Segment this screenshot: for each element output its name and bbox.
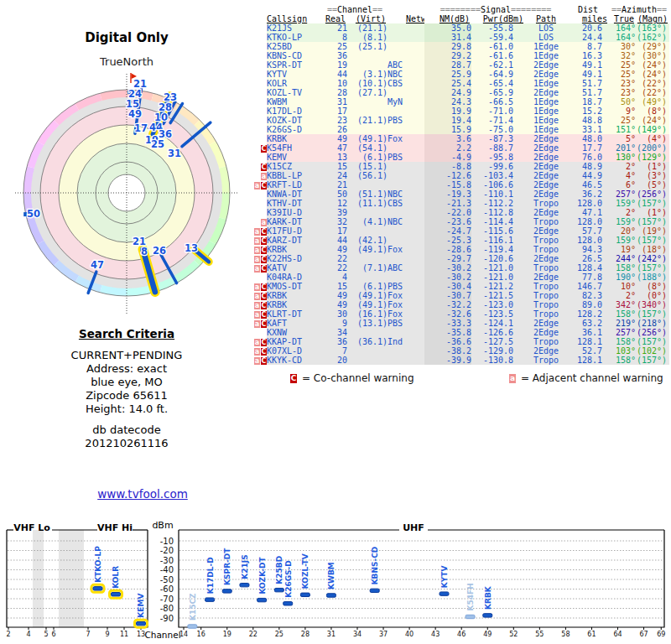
callsign: K39IU-D	[267, 208, 322, 217]
callsign: KARZ-DT	[267, 236, 322, 245]
co-channel-text: = Co-channel warning	[302, 372, 414, 384]
table-row-kthv-dt: KTHV-DT12(11.1)CBS-21.3-112.2Tropo128.01…	[252, 199, 669, 208]
db-datecode: db datecode201210261116	[0, 423, 253, 450]
callsign: KYTV	[267, 70, 322, 79]
table-row-k21js: K21JS21(21.1)35.0-55.8LOS20.6164°(163°)	[252, 23, 669, 33]
channel-tick-label: 6	[51, 631, 55, 638]
co-channel-warning-badge: C	[261, 145, 267, 153]
table-row-k07xl-d: aCK07XL-D7-38.2-129.02Edge52.7103°(102°)	[252, 346, 669, 356]
legend-adjacent-channel: a= Adjacent channel warning	[508, 372, 663, 384]
table-row-kbbl-lp: aKBBL-LP24(56.1)-12.6-103.42Edge44.94°(3…	[252, 171, 669, 180]
adjacent-channel-warning-badge: a	[261, 173, 267, 180]
channel-tick-label: 19	[223, 631, 231, 638]
channel-tick-label: 52	[509, 631, 518, 638]
co-channel-badge: C	[290, 374, 297, 383]
table-row-kozk-dt: KOZK-DT23(21.1)PBS19.4-71.41Edge48.825°(…	[252, 116, 669, 125]
co-channel-warning-badge: C	[261, 265, 267, 273]
co-channel-warning-badge: C	[261, 302, 267, 309]
chart-station-marker-kozl-tv[interactable]	[300, 593, 309, 596]
radar-channel-label: 8	[141, 246, 148, 257]
channel-tick-label: 55	[535, 631, 544, 638]
search-criteria-line: Address: exact	[0, 362, 253, 376]
header-column-row: CallsignReal(Virt)NetwkNM(dB)Pwr(dBm)Pat…	[252, 14, 669, 23]
callsign: KEMV	[267, 153, 322, 162]
chart-station-marker-kemv[interactable]	[137, 621, 146, 625]
table-row-klrt-dt: aCKLRT-DT30(16.1)Fox-32.6-123.5Tropo128.…	[252, 309, 669, 319]
chart-station-label-kemv: KEMV	[138, 594, 146, 618]
table-row-karz-dt: aCKARZ-DT44(42.1)-25.3-116.1Tropo128.015…	[252, 236, 669, 245]
chart-station-marker-kytv[interactable]	[440, 592, 449, 595]
table-row-krbk: aCKRBK49(49.1)Fox-28.6-119.4Tropo94.319°…	[252, 245, 669, 254]
datecode-line: 201210261116	[0, 437, 253, 450]
table-row-k17dl-d: K17DL-D1719.9-71.01Edge15.29°(8°)	[252, 106, 669, 116]
radar-channel-label: 17	[134, 122, 148, 134]
chart-station-marker-kbns-cd[interactable]	[370, 589, 379, 592]
channel-tick-label: 13	[137, 631, 145, 638]
callsign: KKYK-CD	[267, 356, 322, 365]
channel-tick-label: 11	[120, 631, 128, 638]
dbm-tick-label: -30	[160, 556, 174, 565]
callsign: KOLR	[267, 79, 322, 88]
callsign: KTKO-LP	[267, 33, 322, 42]
chart-station-label-k54fh: K54FH	[466, 583, 475, 610]
chart-station-marker-kozk-dt[interactable]	[257, 598, 267, 601]
search-criteria: Search Criteria CURRENT+PENDINGAddress: …	[0, 327, 253, 416]
chart-station-label-ktko-lp: KTKO-LP	[94, 546, 102, 583]
table-row-kspr-dt: KSPR-DT19ABC28.7-62.12Edge49.125°(24°)	[252, 60, 669, 70]
chart-station-marker-k26gs-d[interactable]	[283, 602, 293, 605]
chart-station-marker-k54fh[interactable]	[466, 615, 475, 618]
radar-channel-label: 50	[27, 208, 40, 220]
chart-station-marker-k15cz[interactable]	[188, 625, 197, 628]
tvfool-link[interactable]: www.tvfool.com	[97, 487, 188, 501]
adjacent-channel-warning-badge: a	[254, 256, 260, 263]
chart-station-marker-kspr-dt[interactable]	[222, 589, 231, 593]
chart-station-label-kwbm: KWBM	[327, 562, 336, 589]
co-channel-warning-badge: C	[261, 339, 267, 346]
channel-tick-label: 25	[275, 631, 283, 638]
column-header-virt: (Virt)	[347, 14, 388, 23]
adjacent-channel-warning-badge: a	[254, 237, 260, 245]
chart-station-marker-k17dl-d[interactable]	[205, 598, 215, 601]
true-north-label: TrueNorth	[0, 55, 253, 68]
radar-channel-label: 25	[151, 138, 164, 150]
dbm-tick-label: -10	[160, 537, 174, 546]
callsign: KRBK	[267, 300, 322, 309]
band-gap-shading	[59, 530, 84, 627]
header-channel-group: ==Channel==	[322, 5, 388, 14]
callsign: K54FH	[267, 143, 322, 153]
callsign: KARK-DT	[267, 217, 322, 226]
table-row-k22hs-d: aCK22HS-D22-29.7-120.62Edge26.5244°(242°…	[252, 254, 669, 263]
channel-tick-label: 16	[197, 631, 205, 638]
radar-channel-label: 47	[91, 259, 104, 271]
chart-station-marker-krbk[interactable]	[483, 614, 492, 617]
channel-tick-label: 2	[6, 631, 10, 638]
chart-station-marker-kolr[interactable]	[112, 593, 121, 596]
chart-station-marker-k21js[interactable]	[240, 583, 249, 586]
channel-tick-label: 46	[457, 631, 466, 638]
adjacent-channel-warning-badge: a	[254, 311, 260, 319]
chart-station-marker-ktko-lp[interactable]	[93, 587, 102, 590]
band-strength-chart: -10-20-30-40-50-60-70-80-90VHF LoVHF HiU…	[0, 503, 671, 644]
chart-station-marker-k25bd[interactable]	[274, 588, 283, 591]
column-header-pwrdbm: Pwr(dBm)	[471, 14, 525, 23]
callsign: KRBK	[267, 245, 322, 254]
callsign: K22HS-D	[267, 254, 322, 263]
column-header-netwk: Netwk	[388, 14, 424, 23]
channel-tick-label: 37	[379, 631, 388, 638]
chart-station-label-k15cz: K15CZ	[189, 593, 197, 621]
callsign: KRBK	[267, 134, 322, 143]
chart-station-marker-kwbm[interactable]	[326, 594, 336, 597]
callsign: KATV	[267, 263, 322, 273]
table-row-knwa-dt: KNWA-DT50(51.1)NBC-19.3-110.12Edge36.225…	[252, 190, 669, 199]
channel-tick-label: 14	[179, 631, 188, 638]
header-dist-group: Dist	[567, 5, 609, 14]
co-channel-warning-badge: C	[261, 320, 267, 328]
callsign: K04RA-D	[267, 273, 322, 282]
callsign: KTHV-DT	[267, 199, 322, 208]
radar-svg: 2124154917232810443619253150472182613	[0, 67, 253, 329]
chart-station-label-krbk: KRBK	[484, 585, 492, 610]
table-row-katv: aCKATV22(7.1)ABC-30.2-121.0Tropo128.4158…	[252, 263, 669, 273]
channel-tick-label: 49	[483, 631, 492, 638]
channel-tick-label: 40	[405, 631, 414, 638]
callsign: K21JS	[267, 23, 322, 33]
